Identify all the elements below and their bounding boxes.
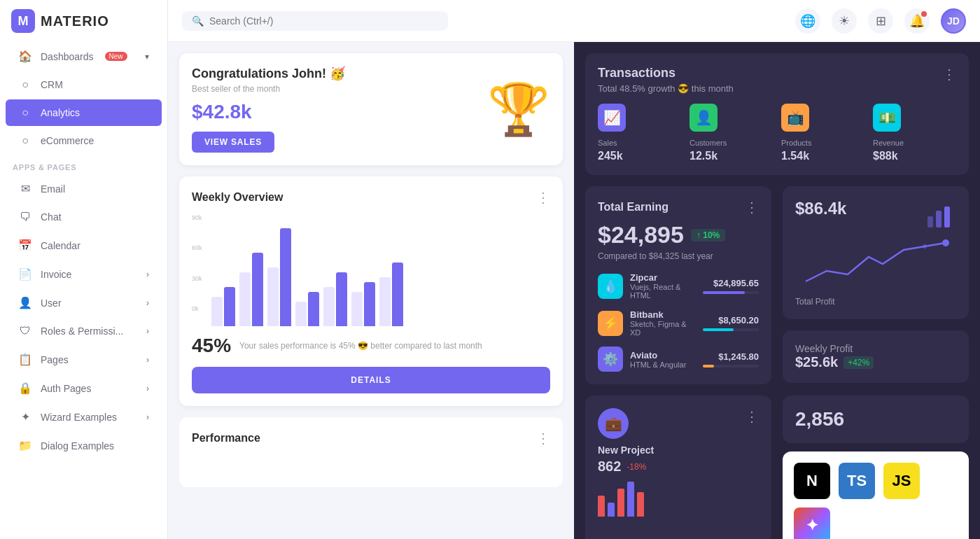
bar-group-4 <box>295 228 319 326</box>
weekly-percentage: 45% <box>192 335 231 357</box>
perf-header: Performance ⋮ <box>192 430 550 447</box>
search-input[interactable] <box>209 15 438 27</box>
chevron-icon-user: › <box>146 298 149 308</box>
aviato-name: Aviato <box>630 350 696 360</box>
bar-purple-3 <box>280 228 291 326</box>
sidebar-item-dashboards[interactable]: 🏠 Dashboards New ▾ <box>6 43 162 70</box>
txn-customers: 👤 Customers 12.5k <box>690 104 773 162</box>
customers-label: Customers <box>690 139 773 147</box>
grid-icon[interactable]: ⊞ <box>868 8 893 34</box>
earning-compare: Compared to $84,325 last year <box>598 251 759 261</box>
sidebar-label-wizard: Wizard Examples <box>41 412 117 423</box>
chevron-icon-pages: › <box>146 355 149 365</box>
perf-more-icon[interactable]: ⋮ <box>536 430 550 447</box>
congrats-subtitle: Best seller of the month <box>192 84 479 94</box>
sidebar-item-ecommerce[interactable]: ○ eCommerce <box>6 127 162 154</box>
brightness-icon[interactable]: ☀ <box>832 8 857 34</box>
svg-point-3 <box>942 239 949 246</box>
transactions-more-icon[interactable]: ⋮ <box>942 66 956 83</box>
new-project-label: New Project <box>598 444 759 456</box>
weekly-more-icon[interactable]: ⋮ <box>536 189 550 206</box>
aviato-sub: HTML & Angular <box>630 360 696 369</box>
user-icon: 👤 <box>18 296 32 309</box>
bar-light-7 <box>379 277 391 326</box>
bar-purple-2 <box>252 253 263 326</box>
weekly-header: Weekly Overview ⋮ <box>192 189 550 206</box>
performance-title: Performance <box>192 432 260 444</box>
bar-group-1 <box>211 228 235 326</box>
sidebar-item-auth[interactable]: 🔒 Auth Pages › <box>6 374 162 402</box>
bar-purple-6 <box>364 282 375 326</box>
transactions-title: Transactions <box>598 66 734 80</box>
sidebar-item-roles[interactable]: 🛡 Roles & Permissi... › <box>6 318 162 344</box>
details-button[interactable]: DETAILS <box>192 367 550 393</box>
aviato-icon: ⚙️ <box>598 346 623 372</box>
performance-card: Performance ⋮ <box>179 417 563 487</box>
section-label-apps: APPS & PAGES <box>0 155 167 174</box>
search-box[interactable]: 🔍 <box>182 11 448 31</box>
bar-light-5 <box>323 287 335 326</box>
sidebar-label-roles: Roles & Permissi... <box>41 326 123 337</box>
view-sales-button[interactable]: VIEW SALES <box>192 132 274 153</box>
zipcar-icon: 💧 <box>598 274 623 299</box>
y-label-60k: 60k <box>192 244 202 251</box>
sales-label: Sales <box>598 139 681 147</box>
sidebar-label-user: User <box>41 298 62 309</box>
notification-icon[interactable]: 🔔 <box>904 8 930 34</box>
weekly-profit-card: Weekly Profit $25.6k +42% <box>783 330 969 383</box>
bitbank-name: Bitbank <box>630 309 696 320</box>
bar-group-5 <box>323 228 347 326</box>
shield-icon: 🛡 <box>18 325 32 337</box>
earning-value: $24,895 <box>598 221 684 248</box>
project-more-icon[interactable]: ⋮ <box>745 408 759 425</box>
total-earning-card: Total Earning ⋮ $24,895 ↑ 10% Compared t… <box>585 186 771 384</box>
y-label-30k: 30k <box>192 275 202 282</box>
home-icon: 🏠 <box>18 50 32 63</box>
weekly-profit-amount: $25.6k <box>795 354 838 370</box>
zipcar-name: Zipcar <box>630 272 696 283</box>
congrats-card: Congratulations John! 🥳 Best seller of t… <box>179 53 563 165</box>
congrats-content: Congratulations John! 🥳 Best seller of t… <box>192 66 479 153</box>
sidebar-item-calendar[interactable]: 📅 Calendar <box>6 232 162 259</box>
tech-logos-card: N TS JS ✦ <box>783 451 969 539</box>
sidebar-item-invoice[interactable]: 📄 Invoice › <box>6 260 162 288</box>
sidebar-item-email[interactable]: ✉ Email <box>6 175 162 202</box>
dashboard-area: Congratulations John! 🥳 Best seller of t… <box>168 42 980 539</box>
svg-rect-1 <box>936 211 941 227</box>
sidebar-item-wizard[interactable]: ✦ Wizard Examples › <box>6 403 162 430</box>
project-value: 862 <box>598 458 621 475</box>
customers-value: 12.5k <box>690 150 773 162</box>
zipcar-value: $24,895.65 <box>703 278 759 288</box>
transactions-info: Transactions Total 48.5% growth 😎 this m… <box>598 66 734 104</box>
earning-growth-badge: ↑ 10% <box>691 229 725 241</box>
bar-light-1 <box>211 297 223 326</box>
chevron-icon-invoice: › <box>146 270 149 279</box>
nextjs-logo: N <box>794 463 830 499</box>
bar-group-3 <box>267 228 291 326</box>
bars-wrapper <box>211 228 550 326</box>
sales-value: 245k <box>598 150 681 162</box>
weekly-stats: 45% Your sales performance is 45% 😎 bett… <box>192 335 550 357</box>
congrats-amount: $42.8k <box>192 101 479 123</box>
sidebar-label-email: Email <box>41 183 65 195</box>
mini-bar-1 <box>598 496 605 517</box>
earning-more-icon[interactable]: ⋮ <box>745 199 759 216</box>
dot-icon: ○ <box>18 78 32 91</box>
sidebar-item-analytics[interactable]: ○ Analytics <box>6 99 162 126</box>
calendar-icon: 📅 <box>18 239 32 252</box>
sidebar-item-pages[interactable]: 📋 Pages › <box>6 346 162 373</box>
sidebar-item-dialog[interactable]: 📁 Dialog Examples <box>6 432 162 459</box>
sidebar-item-user[interactable]: 👤 User › <box>6 289 162 316</box>
svg-rect-2 <box>944 206 950 227</box>
weekly-title: Weekly Overview <box>192 191 283 204</box>
sales-icon: 📈 <box>598 104 626 132</box>
sidebar-item-crm[interactable]: ○ CRM <box>6 71 162 98</box>
right-bottom-stack: 2,856 N TS JS ✦ <box>783 396 969 539</box>
sidebar-item-chat[interactable]: 🗨 Chat <box>6 204 162 230</box>
bitbank-info: Bitbank Sketch, Figma & XD <box>630 309 696 337</box>
new-project-card: 💼 ⋮ New Project 862 -18% <box>585 396 771 539</box>
translate-icon[interactable]: 🌐 <box>795 8 820 34</box>
figma-logo: ✦ <box>794 507 830 539</box>
avatar[interactable]: JD <box>941 8 966 34</box>
revenue-value: $88k <box>873 150 956 162</box>
